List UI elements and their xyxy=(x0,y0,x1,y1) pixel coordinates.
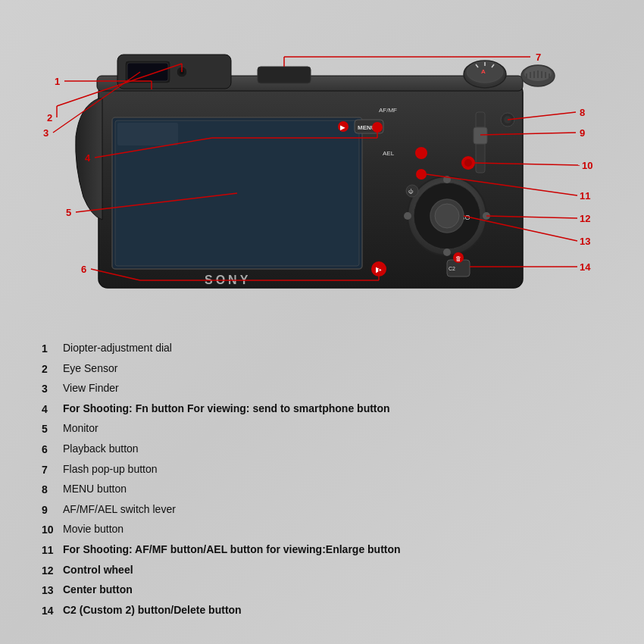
legend-text-13: Center button xyxy=(63,583,133,598)
svg-rect-25 xyxy=(117,123,178,145)
camera-diagram-svg: A SONY AF/MF AEL xyxy=(0,0,644,326)
svg-text:⏻: ⏻ xyxy=(408,189,414,194)
svg-rect-22 xyxy=(258,67,311,83)
legend-num-9: 9 xyxy=(42,502,63,518)
legend-text-3: View Finder xyxy=(63,381,119,396)
svg-rect-4 xyxy=(127,63,168,81)
legend-text-14: C2 (Custom 2) button/Delete button xyxy=(63,603,242,618)
legend-num-4: 4 xyxy=(42,402,63,417)
svg-point-38 xyxy=(464,159,472,167)
svg-text:14: 14 xyxy=(580,261,591,273)
legend-num-14: 14 xyxy=(42,603,63,619)
svg-text:5: 5 xyxy=(66,207,71,218)
svg-text:▶: ▶ xyxy=(340,124,345,131)
legend-num-13: 13 xyxy=(42,583,63,599)
page-container: A SONY AF/MF AEL xyxy=(0,0,644,644)
legend-item-3: 3 View Finder xyxy=(42,381,617,397)
legend-num-3: 3 xyxy=(42,381,63,397)
svg-point-43 xyxy=(443,249,451,256)
svg-text:7: 7 xyxy=(536,52,541,63)
legend-num-8: 8 xyxy=(42,482,63,498)
legend-item-11: 11 For Shooting: AF/MF button/AEL button… xyxy=(42,542,617,558)
legend-text-5: Monitor xyxy=(63,421,98,436)
legend-text-4: For Shooting: Fn button For viewing: sen… xyxy=(63,402,390,417)
legend-item-1: 1 Diopter-adjustment dial xyxy=(42,341,617,357)
svg-text:10: 10 xyxy=(582,160,592,171)
svg-text:9: 9 xyxy=(580,127,585,139)
legend-item-10: 10 Movie button xyxy=(42,522,617,538)
legend-num-10: 10 xyxy=(42,522,63,538)
legend-num-2: 2 xyxy=(42,361,63,377)
legend-num-6: 6 xyxy=(42,442,63,458)
svg-text:AEL: AEL xyxy=(383,150,395,157)
legend-item-2: 2 Eye Sensor xyxy=(42,361,617,377)
legend-text-12: Control wheel xyxy=(63,563,133,578)
svg-text:🗑: 🗑 xyxy=(455,255,461,262)
legend-text-6: Playback button xyxy=(63,442,139,457)
legend-item-4: 4 For Shooting: Fn button For viewing: s… xyxy=(42,402,617,417)
legend-item-6: 6 Playback button xyxy=(42,442,617,458)
legend-text-2: Eye Sensor xyxy=(63,361,117,377)
svg-text:3: 3 xyxy=(43,127,48,139)
legend-item-13: 13 Center button xyxy=(42,583,617,599)
legend-text-7: Flash pop-up button xyxy=(63,462,158,477)
svg-text:12: 12 xyxy=(580,213,590,224)
legend-section: 1 Diopter-adjustment dial 2 Eye Sensor 3… xyxy=(42,341,617,623)
svg-point-59 xyxy=(416,169,427,180)
svg-text:11: 11 xyxy=(580,190,590,202)
legend-item-7: 7 Flash pop-up button xyxy=(42,462,617,478)
svg-text:1: 1 xyxy=(55,76,60,87)
svg-point-58 xyxy=(415,147,427,159)
svg-text:A: A xyxy=(481,68,486,75)
legend-text-1: Diopter-adjustment dial xyxy=(63,341,172,356)
svg-text:4: 4 xyxy=(85,152,91,164)
svg-text:6: 6 xyxy=(81,264,86,275)
legend-item-8: 8 MENU button xyxy=(42,482,617,498)
svg-text:C2: C2 xyxy=(449,266,455,271)
svg-rect-34 xyxy=(474,127,487,144)
legend-num-7: 7 xyxy=(42,462,63,478)
legend-num-12: 12 xyxy=(42,563,63,579)
legend-text-10: Movie button xyxy=(63,522,123,537)
legend-num-5: 5 xyxy=(42,421,63,437)
svg-text:8: 8 xyxy=(580,107,585,118)
svg-text:13: 13 xyxy=(580,236,590,247)
legend-num-1: 1 xyxy=(42,341,63,357)
camera-diagram-section: A SONY AF/MF AEL xyxy=(0,0,644,326)
legend-item-12: 12 Control wheel xyxy=(42,563,617,579)
legend-text-11: For Shooting: AF/MF button/AEL button fo… xyxy=(63,542,401,558)
svg-point-48 xyxy=(435,204,459,228)
legend-item-5: 5 Monitor xyxy=(42,421,617,437)
svg-text:2: 2 xyxy=(47,112,52,123)
legend-item-9: 9 AF/MF/AEL switch lever xyxy=(42,502,617,518)
svg-text:AF/MF: AF/MF xyxy=(379,107,397,114)
legend-item-14: 14 C2 (Custom 2) button/Delete button xyxy=(42,603,617,619)
legend-text-9: AF/MF/AEL switch lever xyxy=(63,502,176,517)
legend-num-11: 11 xyxy=(42,542,63,558)
svg-point-44 xyxy=(404,212,411,220)
legend-text-8: MENU button xyxy=(63,482,127,497)
